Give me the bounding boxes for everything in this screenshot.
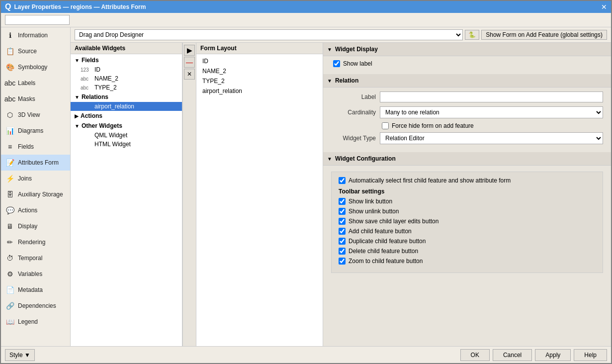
checkbox-show-save-child-layer-edits-button[interactable] — [339, 218, 346, 225]
sidebar-item-variables[interactable]: ⚙ Variables — [1, 266, 70, 282]
panels-row: Available Widgets ▼Fields123IDabcNAME_2a… — [71, 43, 611, 346]
form-layout-item-name_2[interactable]: NAME_2 — [196, 66, 323, 76]
style-button[interactable]: Style ▼ — [5, 349, 35, 361]
sidebar-item-symbology[interactable]: 🎨 Symbology — [1, 59, 70, 75]
sidebar-label-attributes-form: Attributes Form — [18, 159, 59, 166]
tree-item-label: QML Widget — [94, 132, 127, 139]
tree-group-actions[interactable]: ▶Actions — [71, 111, 182, 121]
ok-button[interactable]: OK — [460, 349, 490, 361]
tree-item-airport_relation[interactable]: airport_relation — [71, 102, 182, 111]
tree-item-html-widget[interactable]: HTML Widget — [71, 140, 182, 149]
sidebar-item-rendering[interactable]: ✏ Rendering — [1, 234, 70, 250]
relation-section-header[interactable]: ▼ Relation — [323, 74, 611, 88]
sidebar-item-display[interactable]: 🖥 Display — [1, 218, 70, 234]
sidebar-item-3d-view[interactable]: ⬡ 3D View — [1, 107, 70, 123]
sidebar-item-fields[interactable]: ≡ Fields — [1, 139, 70, 155]
toolbar-settings-header: Toolbar settings — [337, 188, 598, 195]
label-label: Label — [331, 93, 376, 100]
sidebar-item-joins[interactable]: ⚡ Joins — [1, 171, 70, 186]
sidebar-item-diagrams[interactable]: 📊 Diagrams — [1, 123, 70, 139]
remove-from-form-button[interactable]: — — [184, 57, 195, 68]
show-label-checkbox[interactable] — [333, 60, 340, 67]
form-layout-panel: Form Layout IDNAME_2TYPE_2airport_relati… — [196, 43, 323, 346]
sidebar-item-source[interactable]: 📋 Source — [1, 43, 70, 59]
sidebar-item-metadata[interactable]: 📄 Metadata — [1, 282, 70, 298]
sidebar-label-metadata: Metadata — [18, 286, 43, 293]
sidebar-item-masks[interactable]: abc Masks — [1, 91, 70, 107]
widget-display-content: Show label — [323, 56, 611, 74]
sidebar-icon-rendering: ✏ — [5, 237, 15, 247]
checkbox-duplicate-child-feature-button[interactable] — [339, 238, 346, 245]
tree-group-fields[interactable]: ▼Fields — [71, 55, 182, 65]
cardinality-select[interactable]: Many to one relation Many relation — [380, 106, 603, 118]
tree-item-id[interactable]: 123ID — [71, 65, 182, 74]
relation-title: Relation — [335, 77, 358, 84]
sidebar-item-information[interactable]: ℹ Information — [1, 27, 70, 43]
sidebar-label-temporal: Temporal — [18, 255, 42, 262]
widget-display-arrow: ▼ — [327, 47, 332, 52]
sidebar-item-temporal[interactable]: ⏱ Temporal — [1, 250, 70, 266]
tree-arrow: ▼ — [75, 123, 80, 129]
close-button[interactable]: ✕ — [601, 3, 607, 11]
sidebar-icon-metadata: 📄 — [5, 285, 15, 295]
sidebar-label-3d-view: 3D View — [18, 111, 40, 118]
sidebar-item-dependencies[interactable]: 🔗 Dependencies — [1, 298, 70, 314]
checkbox-zoom-to-child-feature-button[interactable] — [339, 258, 346, 265]
label-input[interactable] — [380, 91, 603, 102]
show-form-button[interactable]: Show Form on Add Feature (global setting… — [481, 30, 607, 40]
checkbox-show-link-button[interactable] — [339, 198, 346, 205]
sidebar-item-legend[interactable]: 📖 Legend — [1, 314, 70, 330]
python-button[interactable]: 🐍 — [465, 30, 479, 40]
widget-config-content: Automatically select first child feature… — [323, 166, 611, 279]
designer-dropdown[interactable]: Drag and Drop Designer — [75, 29, 463, 40]
style-arrow: ▼ — [24, 352, 30, 359]
title-bar: Q Layer Properties — regions — Attribute… — [1, 1, 611, 13]
checkbox-row-duplicate-child-feature-button: Duplicate child feature button — [337, 238, 598, 245]
checkbox-row-add-child-feature-button: Add child feature button — [337, 228, 598, 235]
widget-display-section-header[interactable]: ▼ Widget Display — [323, 43, 611, 56]
widget-config-section-header[interactable]: ▼ Widget Configuration — [323, 152, 611, 166]
tree-item-type_2[interactable]: abcTYPE_2 — [71, 83, 182, 92]
form-layout-item-id[interactable]: ID — [196, 56, 323, 66]
widget-type-select[interactable]: Relation Editor — [380, 132, 603, 144]
relation-content: Label Cardinality Many to one relation M… — [323, 88, 611, 152]
checkbox-add-child-feature-button[interactable] — [339, 228, 346, 235]
form-layout-item-airport_relation[interactable]: airport_relation — [196, 86, 323, 96]
sidebar-label-auxiliary-storage: Auxiliary Storage — [18, 191, 63, 198]
form-layout-item-type_2[interactable]: TYPE_2 — [196, 76, 323, 86]
sidebar-item-attributes-form[interactable]: 📝 Attributes Form — [1, 155, 70, 171]
auto-select-checkbox[interactable] — [339, 177, 346, 184]
sidebar-icon-diagrams: 📊 — [5, 126, 15, 136]
help-button[interactable]: Help — [574, 349, 607, 361]
sidebar-item-auxiliary-storage[interactable]: 🗄 Auxiliary Storage — [1, 186, 70, 202]
cancel-button[interactable]: Cancel — [493, 349, 532, 361]
checkbox-row-show-link-button: Show link button — [337, 198, 598, 205]
tree-item-qml-widget[interactable]: QML Widget — [71, 131, 182, 140]
tree-item-label: airport_relation — [94, 103, 134, 110]
sidebar-item-actions[interactable]: 💬 Actions — [1, 202, 70, 218]
sidebar-icon-information: ℹ — [5, 30, 15, 40]
checkbox-show-unlink-button[interactable] — [339, 208, 346, 215]
apply-button[interactable]: Apply — [535, 349, 571, 361]
checkbox-label: Delete child feature button — [349, 248, 418, 255]
bottom-right: OK Cancel Apply Help — [460, 349, 607, 361]
search-input[interactable] — [5, 15, 70, 25]
sidebar-icon-joins: ⚡ — [5, 174, 15, 183]
show-label-text: Show label — [343, 60, 372, 67]
sidebar-label-source: Source — [18, 48, 37, 55]
auto-select-row: Automatically select first child feature… — [337, 177, 598, 184]
add-to-form-button[interactable]: ▶ — [184, 45, 195, 56]
tree-group-other-widgets[interactable]: ▼Other Widgets — [71, 121, 182, 131]
sidebar-icon-variables: ⚙ — [5, 269, 15, 279]
sidebar-icon-temporal: ⏱ — [5, 253, 15, 263]
tree-group-relations[interactable]: ▼Relations — [71, 92, 182, 102]
checkbox-delete-child-feature-button[interactable] — [339, 248, 346, 255]
widget-type-row: Widget Type Relation Editor — [331, 132, 603, 144]
checkbox-row-delete-child-feature-button: Delete child feature button — [337, 248, 598, 255]
force-hide-checkbox[interactable] — [382, 122, 389, 129]
clear-form-button[interactable]: ✕ — [184, 69, 195, 80]
tree-item-name_2[interactable]: abcNAME_2 — [71, 74, 182, 83]
sidebar-label-diagrams: Diagrams — [18, 127, 43, 134]
sidebar-item-labels[interactable]: abc Labels — [1, 75, 70, 91]
window-title: Layer Properties — regions — Attributes … — [14, 3, 146, 10]
